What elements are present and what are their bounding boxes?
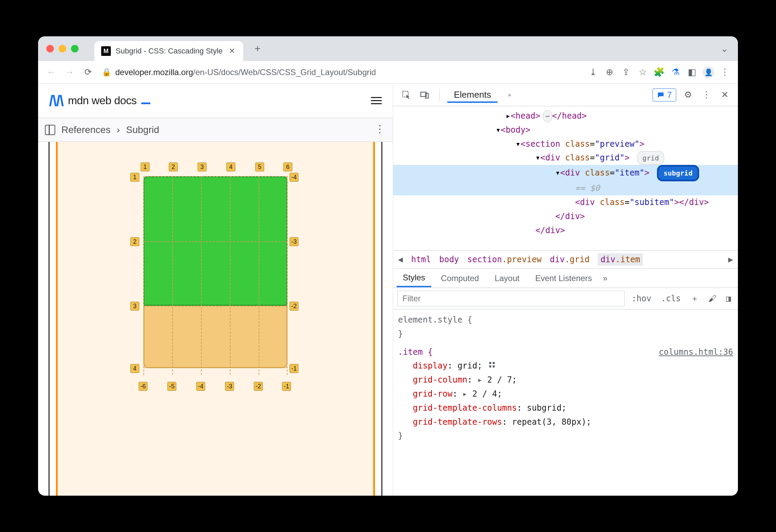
col-neg-label: -4 <box>196 382 205 391</box>
dock-side-icon[interactable]: ◨ <box>724 294 734 303</box>
breadcrumb-ref[interactable]: References <box>61 124 110 135</box>
selected-dom-row[interactable]: ▾<div class="item"> subgrid <box>393 165 738 181</box>
toolbar-right: ⤓ ⊕ ⇪ ☆ 🧩 ⚗ ◧ 👤 ⋮ <box>586 65 732 80</box>
dom-breadcrumb: ◀ html body section.preview div.grid div… <box>393 250 738 269</box>
hov-button[interactable]: :hov <box>629 294 654 303</box>
reload-button[interactable]: ⟳ <box>81 65 96 80</box>
subgrid-pill[interactable]: subgrid <box>657 165 699 181</box>
styles-filter-bar: :hov .cls ＋ 🖌 ◨ <box>393 288 738 310</box>
styles-content[interactable]: element.style { } columns.html:36 .item … <box>393 310 738 496</box>
breadcrumb-current: Subgrid <box>126 124 160 135</box>
bc-right-arrow-icon[interactable]: ▶ <box>728 255 733 264</box>
row-neg-label: -4 <box>290 173 298 182</box>
more-kebab-icon[interactable]: ⋯ <box>374 124 386 135</box>
inspect-icon[interactable] <box>399 88 413 102</box>
tab-styles[interactable]: Styles <box>397 269 431 287</box>
minimize-window-icon[interactable] <box>59 45 66 52</box>
extensions-puzzle-icon[interactable]: 🧩 <box>651 65 667 80</box>
row-neg-label: -2 <box>290 302 298 311</box>
bookmark-star-icon[interactable]: ☆ <box>635 65 650 80</box>
settings-gear-icon[interactable]: ⚙ <box>681 89 695 100</box>
mdn-logo[interactable]: /\/\ mdn web docs <box>49 92 150 109</box>
mdn-cursor-icon <box>141 102 150 104</box>
row-neg-label: -1 <box>290 364 298 373</box>
close-tab-button[interactable]: ✕ <box>227 47 236 56</box>
row-neg-label: -3 <box>290 237 298 246</box>
tab-computed[interactable]: Computed <box>435 270 485 287</box>
mdn-logo-text: mdn web docs <box>68 94 137 107</box>
close-devtools-button[interactable]: ✕ <box>718 89 732 100</box>
browser-tab[interactable]: M Subgrid - CSS: Cascading Style ✕ <box>94 41 243 61</box>
close-window-icon[interactable] <box>46 45 54 52</box>
element-style-label: element.style { <box>398 315 472 325</box>
window-controls <box>43 45 82 52</box>
rule-source-link[interactable]: columns.html:36 <box>659 345 733 359</box>
cls-button[interactable]: .cls <box>658 294 684 303</box>
content-split: /\/\ mdn web docs References › Subgrid ⋯ <box>38 84 738 496</box>
chevron-right-icon: › <box>117 124 120 135</box>
zoom-icon[interactable]: ⊕ <box>602 65 617 80</box>
more-tabs-chevron-icon[interactable]: » <box>603 274 608 283</box>
sidebar-toggle-icon[interactable] <box>45 125 55 135</box>
row-label: 1 <box>130 173 139 182</box>
row-label: 4 <box>130 364 139 373</box>
devtools-kebab-icon[interactable]: ⋮ <box>699 89 713 100</box>
lock-icon: 🔒 <box>102 68 111 77</box>
new-tab-button[interactable]: + <box>251 43 264 55</box>
row-label: 2 <box>130 237 139 246</box>
dom-tree[interactable]: ▸<head>⋯</head> ▾<body> ▾<section class=… <box>393 106 738 250</box>
crumb-section[interactable]: section.preview <box>467 255 542 264</box>
col-neg-label: -5 <box>167 382 176 391</box>
tab-layout[interactable]: Layout <box>489 270 526 287</box>
bc-left-arrow-icon[interactable]: ◀ <box>398 255 403 264</box>
col-label: 6 <box>283 162 292 171</box>
tab-event-listeners[interactable]: Event Listeners <box>529 270 598 287</box>
install-icon[interactable]: ⤓ <box>586 65 601 80</box>
browser-toolbar: ← → ⟳ 🔒 developer.mozilla.org/en-US/docs… <box>38 61 738 84</box>
panel-tab-elements[interactable]: Elements <box>447 87 498 103</box>
eq0-label: == $0 <box>575 183 600 193</box>
issues-badge[interactable]: 7 <box>652 88 676 101</box>
menu-burger-icon[interactable] <box>371 97 382 104</box>
devtools: Elements » 7 ⚙ ⋮ ✕ ▸<head>⋯</head> ▾<bod <box>393 84 738 496</box>
browser-window: M Subgrid - CSS: Cascading Style ✕ + ⌄ ←… <box>38 36 738 496</box>
share-icon[interactable]: ⇪ <box>619 65 634 80</box>
grid-swatch-icon[interactable] <box>489 362 497 370</box>
experiments-flask-icon[interactable]: ⚗ <box>668 65 683 80</box>
issues-count: 7 <box>667 90 672 100</box>
device-toggle-icon[interactable] <box>418 88 432 102</box>
paint-icon[interactable]: 🖌 <box>706 294 719 303</box>
styles-filter-input[interactable] <box>397 291 625 306</box>
side-panel-icon[interactable]: ◧ <box>684 65 699 80</box>
col-neg-label: -6 <box>139 382 148 391</box>
favicon-icon: M <box>101 46 111 56</box>
more-panels-chevron-icon[interactable]: » <box>503 88 516 102</box>
new-style-button[interactable]: ＋ <box>688 293 702 304</box>
kebab-menu-icon[interactable]: ⋮ <box>717 65 732 80</box>
crumb-grid[interactable]: div.grid <box>550 255 590 264</box>
grid-pill[interactable]: grid <box>637 151 664 165</box>
article-body: 1 2 3 4 5 6 -6 -5 -4 -3 -2 -1 <box>38 142 393 496</box>
crumb-html[interactable]: html <box>411 255 431 264</box>
titlebar: M Subgrid - CSS: Cascading Style ✕ + ⌄ <box>38 36 738 61</box>
col-label: 1 <box>141 162 150 171</box>
devtools-toolbar: Elements » 7 ⚙ ⋮ ✕ <box>393 84 738 106</box>
col-label: 3 <box>198 162 207 171</box>
url-text: developer.mozilla.org/en-US/docs/Web/CSS… <box>115 68 376 77</box>
col-label: 4 <box>226 162 235 171</box>
back-button[interactable]: ← <box>44 65 59 80</box>
crumb-body[interactable]: body <box>439 255 459 264</box>
address-bar[interactable]: 🔒 developer.mozilla.org/en-US/docs/Web/C… <box>99 68 582 77</box>
col-label: 2 <box>169 162 178 171</box>
rule-selector: .item { <box>398 347 433 357</box>
mdn-header: /\/\ mdn web docs <box>38 84 393 118</box>
mdn-page: /\/\ mdn web docs References › Subgrid ⋯ <box>38 84 393 496</box>
crumb-item[interactable]: div.item <box>598 253 643 266</box>
styles-panel-tabs: Styles Computed Layout Event Listeners » <box>393 269 738 288</box>
zoom-window-icon[interactable] <box>71 45 79 52</box>
forward-button[interactable]: → <box>62 65 77 80</box>
chat-icon <box>657 91 665 99</box>
tabs-dropdown-icon[interactable]: ⌄ <box>721 44 733 54</box>
grid-subitem-box <box>143 176 287 306</box>
profile-avatar[interactable]: 👤 <box>701 65 716 80</box>
